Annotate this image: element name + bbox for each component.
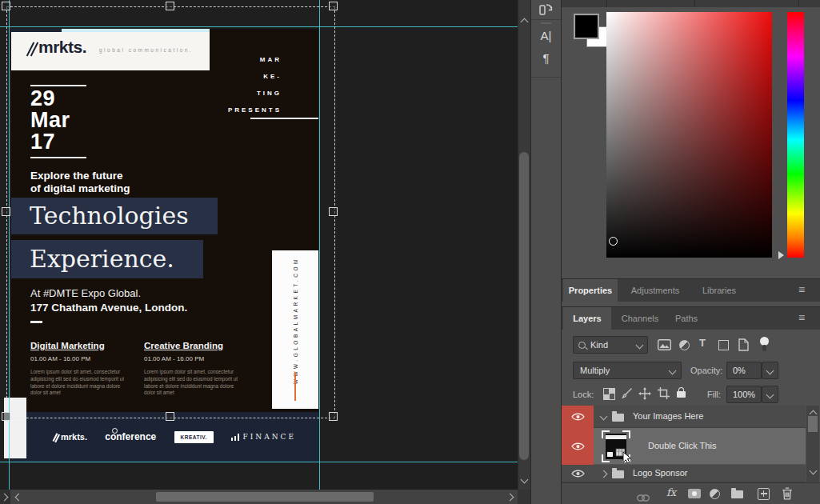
strip-divider [531, 19, 561, 20]
sponsor-logo-mrkts: mrkts. [54, 432, 87, 442]
chevron-down-icon [636, 342, 644, 350]
chevron-down-icon [766, 391, 774, 399]
eye-icon [571, 469, 585, 478]
new-adjustment-layer-icon[interactable] [710, 489, 720, 499]
filter-pixel-layers-icon[interactable] [658, 339, 671, 354]
right-panel-dock: Properties Adjustments Libraries ≡ Layer… [561, 0, 820, 504]
filter-type-layers-icon[interactable]: T [699, 337, 706, 349]
layer-row-double-click-this[interactable]: Double Click This [562, 428, 806, 465]
visibility-toggle[interactable] [562, 465, 594, 482]
layer-row-your-images-here[interactable]: Your Images Here [562, 406, 806, 428]
panel-menu-icon[interactable]: ≡ [798, 283, 805, 296]
opacity-value-field[interactable]: 0% [726, 362, 762, 379]
chevron-down-icon [766, 367, 774, 375]
guide-horizontal-bottom [0, 462, 518, 462]
eye-icon [571, 442, 585, 451]
tab-libraries[interactable]: Libraries [693, 279, 746, 302]
character-panel-icon[interactable]: A| [531, 29, 561, 42]
kind-label: Kind [590, 340, 608, 350]
sponsor-logo-conference: conference [105, 431, 156, 442]
lock-image-pixels-icon[interactable] [621, 387, 633, 402]
new-layer-icon[interactable] [758, 488, 770, 500]
color-picker-ring[interactable] [609, 237, 618, 246]
filter-shape-layers-icon[interactable] [718, 340, 729, 350]
tab-paths[interactable]: Paths [669, 307, 704, 330]
lock-position-icon[interactable] [638, 387, 651, 403]
layers-scrollbar-thumb[interactable] [808, 416, 818, 432]
layers-tabbar: Layers Channels Paths ≡ [562, 306, 820, 330]
visibility-toggle[interactable] [562, 428, 594, 465]
filter-adjustment-layers-icon[interactable] [679, 340, 690, 350]
search-icon [578, 342, 586, 349]
canvas-vscrollbar-thumb[interactable] [519, 152, 529, 460]
tab-adjustments[interactable]: Adjustments [619, 279, 691, 302]
fill-dropdown-button[interactable] [762, 386, 778, 403]
layer-filter-kind-dropdown[interactable]: Kind [573, 336, 648, 354]
transform-handle-bottom-right[interactable] [329, 412, 338, 421]
photoshop-window: mrkts. global communication. MAR KE- TIN… [0, 0, 820, 504]
lock-transparent-pixels-icon[interactable] [603, 388, 615, 400]
color-panel-tab-sliver [562, 0, 820, 7]
lock-label: Lock: [573, 390, 594, 399]
add-layer-mask-icon[interactable] [688, 489, 701, 498]
layer-row-logo-sponsor[interactable]: Logo Sponsor [562, 465, 806, 482]
color-saturation-field[interactable] [606, 12, 772, 258]
canvas-hscrollbar-thumb[interactable] [156, 492, 374, 502]
link-layers-icon[interactable] [637, 490, 650, 504]
layers-panel-footer: fx [562, 482, 820, 504]
transform-handle-top-center[interactable] [166, 2, 174, 10]
sponsor-logo-finance: FINANCE [231, 433, 296, 441]
eye-icon [571, 412, 585, 422]
collapsed-panels-strip [530, 0, 561, 504]
fill-label: Fill: [707, 390, 721, 399]
strip-faint-label [541, 22, 551, 24]
layer-name: Logo Sponsor [633, 468, 688, 478]
scrollbar-corner [518, 490, 530, 504]
chevron-down-icon [669, 367, 677, 375]
group-expand-chevron[interactable] [600, 470, 608, 478]
panel-menu-icon[interactable]: ≡ [798, 311, 805, 324]
transform-handle-bottom-left[interactable] [2, 412, 10, 421]
tab-channels[interactable]: Channels [614, 307, 666, 330]
opacity-dropdown-button[interactable] [762, 362, 778, 379]
layers-scrollbar[interactable] [806, 406, 819, 482]
lock-all-icon[interactable] [677, 391, 686, 398]
strip-divider [531, 77, 561, 78]
opacity-label: Opacity: [690, 366, 722, 375]
layer-style-fx-button[interactable]: fx [666, 486, 676, 498]
transform-handle-top-right[interactable] [329, 2, 338, 10]
fill-value-field[interactable]: 100% [726, 386, 762, 403]
hue-slider-marker[interactable] [778, 251, 784, 259]
transform-handle-top-left[interactable] [2, 2, 10, 10]
expand-panel-chevron[interactable] [0, 490, 10, 504]
transform-handle-bottom-center[interactable] [166, 412, 174, 421]
brushes-panel-icon[interactable] [538, 2, 554, 21]
layers-list: Your Images Here [562, 406, 820, 482]
visibility-toggle[interactable] [562, 406, 594, 428]
folder-icon [612, 470, 624, 478]
tab-layers[interactable]: Layers [563, 307, 611, 330]
layer-name: Double Click This [648, 441, 716, 450]
sponsor-logo-kreativ: KREATIV. [174, 431, 214, 443]
foreground-color-swatch[interactable] [575, 15, 598, 38]
hue-slider[interactable] [787, 12, 804, 258]
transform-handle-mid-left[interactable] [2, 207, 10, 216]
selection-marquee [6, 6, 335, 418]
layer-name: Your Images Here [633, 411, 703, 421]
paragraph-panel-icon[interactable]: ¶ [531, 51, 561, 65]
sponsor-bar: mrkts. conference KREATIV. FINANCE [11, 412, 318, 462]
properties-tabbar: Properties Adjustments Libraries ≡ [562, 278, 820, 302]
document-canvas[interactable]: mrkts. global communication. MAR KE- TIN… [0, 0, 518, 504]
delete-layer-icon[interactable] [782, 487, 793, 503]
blend-mode-value: Multiply [580, 366, 610, 375]
transform-handle-mid-right[interactable] [329, 207, 338, 216]
bar-chart-icon [231, 434, 240, 441]
lock-artboard-icon[interactable] [658, 387, 670, 402]
new-group-icon[interactable] [731, 490, 743, 498]
tab-properties[interactable]: Properties [563, 279, 618, 302]
filter-smart-objects-icon[interactable] [738, 338, 749, 354]
group-expand-chevron[interactable] [600, 413, 608, 421]
layer-filtering-toggle[interactable] [760, 337, 770, 352]
folder-icon [612, 414, 624, 422]
blend-mode-dropdown[interactable]: Multiply [573, 362, 682, 379]
